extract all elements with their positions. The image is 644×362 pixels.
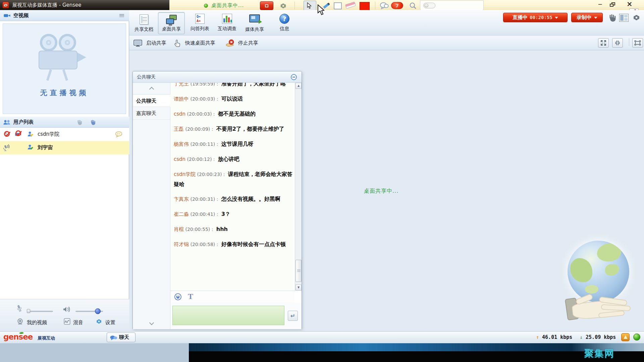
network-warning-icon[interactable] [621,333,630,341]
message-author: csdn [174,156,185,162]
toolbar-button-poll[interactable]: 互动调查 [214,12,240,34]
scroll-thumb[interactable] [296,260,302,282]
message-text: hhh [216,226,228,232]
message-text: 好像有时候会有一点点卡顿 [221,241,286,247]
message-time: 20:00:58 [189,242,221,247]
message-time: 20:00:09 [184,126,216,132]
tabs-scroll-up-icon[interactable] [149,87,154,92]
mixer-icon[interactable] [64,318,70,325]
chat-message: csdn20:00:12放心讲吧 [174,154,293,164]
chat-scrollbar[interactable]: ▲ ▼ [295,83,302,291]
mic-volume-knob[interactable] [27,309,30,313]
scroll-up-button[interactable]: ▲ [296,83,302,89]
speaker-icon [62,306,71,313]
chat-message: 卞真东20:00:31怎么没有视频。。好黑啊 [174,194,293,204]
title-bar[interactable]: 展视互动多媒体直播 - Gensee [0,0,169,10]
chat-input[interactable] [172,306,284,325]
my-video-label[interactable]: 我的视频 [27,319,47,326]
send-message-button[interactable] [288,311,298,321]
restore-button[interactable] [610,2,615,7]
speaker-volume-knob[interactable] [95,308,101,314]
settings-label[interactable]: 设置 [105,319,115,326]
stop-share-button[interactable]: 停止共享 [225,38,258,48]
zoom-tool-icon[interactable] [409,2,417,9]
private-chat-icon[interactable] [115,131,123,137]
video-panel-header[interactable]: 空视频 [0,10,129,21]
chat-message-area[interactable]: 丁元王19:59:59准备开始了，大家坐好了咯 谭皓中20:00:03可以说话 … [170,83,295,291]
live-timer: 00:20:55 [530,15,552,20]
upload-rate: ↑ 46.01 kbps [536,334,572,340]
toolbar-button-desktop-share[interactable]: 桌面共享 [158,12,185,34]
chat-format-bar [170,291,295,303]
qa-list-icon [194,14,206,25]
font-icon[interactable] [188,292,193,301]
mixer-label[interactable]: 混音 [73,319,83,326]
message-author: 符才锦 [174,241,189,247]
live-status-button[interactable]: 直播中00:20:55 [503,13,568,22]
tabs-scroll-down-icon[interactable] [133,321,170,324]
layout-grid-icon[interactable] [619,14,629,22]
message-text: 准备开始了，大家坐好了咯 [221,83,286,87]
message-text: 不要用2了，都要停止维护了 [216,126,284,132]
watermark: 聚集网 [584,347,614,360]
expand-view-button[interactable] [598,38,609,48]
webcam-icon[interactable] [17,318,23,325]
chat-bubbles-icon [110,335,118,341]
gensee-logo: gensee [3,333,33,341]
toolbar-button-media-share[interactable]: 媒体共享 [241,12,268,34]
start-share-button[interactable]: 启动共享 [133,38,166,48]
message-author: 谭皓中 [174,96,189,102]
status-bar: gensee 展视互动 聊天 ↑ 46.01 kbps ↓ 25.09 kbps [0,331,644,343]
settings-gear-icon[interactable] [632,13,641,22]
hand-raised-gray-icon[interactable] [76,119,82,125]
media-share-icon [249,14,260,26]
settings-icon[interactable] [95,318,103,325]
hand-raised-blue-icon[interactable] [90,119,95,125]
mic-volume-slider[interactable] [28,311,53,312]
tab-guest-chat[interactable]: 嘉宾聊天 [133,107,170,120]
panel-menu-icon[interactable] [119,14,124,17]
toolbar-toggle-switch[interactable] [423,3,435,8]
video-placeholder-area: 无直播视频 [3,23,126,114]
raise-hand-icon[interactable] [608,13,616,22]
message-time: 20:00:41 [189,212,221,217]
user-row-selected[interactable]: 刘宇宙 [0,141,129,155]
app-icon [2,2,9,8]
message-time: 20:00:11 [189,141,221,147]
globe-icon [568,241,629,302]
toolbar-divider [375,2,375,9]
toolbar-button-info[interactable]: 信息 [271,12,298,34]
quick-desktop-share-button[interactable]: 快速桌面共享 [174,38,215,48]
chat-taskbar-button[interactable]: 聊天 [107,333,136,342]
tab-public-chat[interactable]: 公共聊天 [133,94,170,107]
chat-panel-header[interactable]: 公共聊天 [133,71,302,83]
download-arrow-icon: ↓ [580,334,583,340]
desktop-share-icon [166,14,177,25]
rectangle-tool[interactable] [334,2,342,9]
shrink-view-button[interactable] [612,38,623,48]
strip-left-segment [0,343,189,362]
user-list-header[interactable]: 用户列表 [0,117,129,128]
minimize-chat-button[interactable] [291,74,297,80]
share-actions-bar: 启动共享 快速桌面共享 停止共享 [129,36,644,50]
pointer-tool-selected[interactable] [304,1,316,11]
share-settings-gear-icon[interactable] [279,2,287,10]
stop-sharing-button[interactable] [260,1,273,10]
close-button[interactable]: × [627,0,633,8]
minimize-button[interactable]: ─ [598,1,602,8]
message-author: 肖楦 [174,226,184,232]
chat-bubble-icon[interactable] [380,2,389,9]
color-swatch-red[interactable] [360,2,370,10]
toolbar-button-qa-list[interactable]: 问答列表 [186,12,213,34]
camera-illustration [38,34,92,84]
scroll-down-button[interactable]: ▼ [296,285,302,291]
unread-chat-badge[interactable]: 7 [391,2,403,9]
user-row[interactable]: csdn学院 [0,128,129,141]
emoji-icon[interactable] [174,293,181,300]
brand-chinese: 展视互动 [38,335,55,341]
toolbar-button-share-document[interactable]: 共享文档 [130,12,157,34]
fullscreen-button[interactable] [632,38,643,48]
recording-status-button[interactable]: 录制中 [571,13,603,22]
mic-muted-icon [3,131,8,137]
message-author: 杨富伟 [174,141,189,147]
